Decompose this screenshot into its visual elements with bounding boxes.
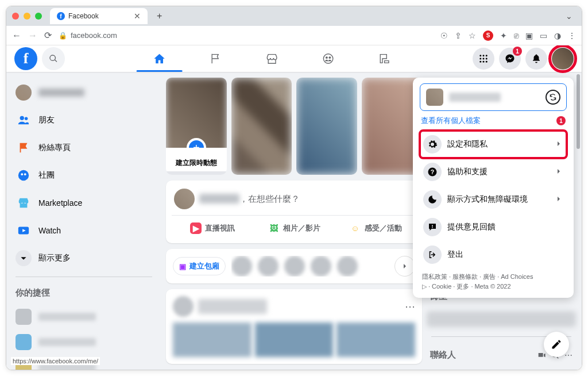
facebook-logo[interactable]: f — [14, 47, 37, 70]
extensions-icon[interactable]: ✦ — [500, 31, 507, 40]
contact-avatar[interactable] — [337, 256, 358, 277]
svg-point-4 — [483, 55, 485, 56]
profile-icon[interactable]: ◑ — [554, 31, 561, 40]
scrollbar[interactable] — [577, 74, 580, 149]
avatar-icon — [426, 89, 443, 106]
sidebar-label: 粉絲專頁 — [38, 143, 71, 153]
contact-avatar[interactable] — [311, 256, 331, 277]
bell-icon — [531, 53, 541, 64]
story-item[interactable] — [231, 78, 292, 175]
dropdown-logout[interactable]: 登出 — [420, 241, 567, 268]
smiley-icon: ☺ — [350, 222, 361, 234]
new-call-button[interactable] — [537, 351, 546, 360]
share-icon[interactable]: ⇪ — [455, 31, 462, 40]
nav-marketplace-tab[interactable] — [247, 45, 297, 72]
svg-point-12 — [20, 116, 24, 120]
rooms-card: ▣建立包廂 — [166, 249, 422, 283]
svg-point-8 — [486, 58, 488, 60]
edit-icon — [551, 339, 562, 350]
sidepanel-icon[interactable]: ▣ — [525, 31, 533, 40]
extension-adblock-icon[interactable]: S — [483, 30, 493, 41]
dropdown-profile-card[interactable] — [420, 83, 567, 111]
chevron-right-icon — [554, 139, 563, 150]
nav-pages-tab[interactable] — [191, 45, 241, 72]
create-room-button[interactable]: ▣建立包廂 — [173, 257, 226, 275]
account-dropdown: 查看所有個人檔案 1 設定和隱私 ? 協助和支援 顯示方式和無障礙環境 提供意見… — [413, 78, 574, 298]
contact-avatar[interactable] — [284, 256, 305, 277]
composer-feeling[interactable]: ☺感受／活動 — [335, 219, 416, 237]
sidebar-pages[interactable]: 粉絲專頁 — [11, 135, 157, 160]
messenger-button[interactable]: 1 — [499, 48, 521, 70]
svg-point-1 — [326, 56, 328, 59]
gaming-icon — [378, 52, 391, 65]
shortcut-item[interactable] — [11, 305, 157, 328]
sidebar-groups[interactable]: 社團 — [11, 163, 157, 188]
post-menu-button[interactable]: ⋯ — [405, 300, 415, 313]
sidebar-label: 顯示更多 — [38, 253, 71, 263]
bookmark-icon[interactable]: ☆ — [469, 31, 476, 40]
post-author[interactable] — [198, 299, 267, 314]
sidebar-friends[interactable]: 朋友 — [11, 108, 157, 133]
sidebar-profile[interactable] — [11, 80, 157, 105]
nav-gaming-tab[interactable] — [359, 45, 410, 72]
menu-grid-button[interactable] — [473, 48, 494, 70]
highlight-ring — [548, 45, 577, 73]
dropdown-feedback[interactable]: 提供意見回饋 — [420, 213, 567, 241]
maximize-window[interactable] — [35, 13, 42, 20]
window-controls — [12, 13, 42, 20]
sidebar-label: Watch — [38, 226, 61, 235]
forward-button[interactable]: → — [28, 30, 37, 41]
svg-point-14 — [18, 170, 29, 181]
composer-photo[interactable]: 🖼相片／影片 — [253, 219, 335, 237]
svg-rect-22 — [432, 227, 433, 228]
tab-overflow-icon[interactable]: ⌄ — [562, 11, 576, 21]
story-item[interactable] — [296, 78, 357, 175]
reload-button[interactable]: ⟳ — [44, 30, 52, 41]
dropdown-help-support[interactable]: ? 協助和支援 — [420, 158, 567, 186]
rooms-next-button[interactable] — [394, 256, 415, 277]
view-all-profiles-link[interactable]: 查看所有個人檔案 1 — [420, 111, 567, 131]
birthday-item[interactable] — [427, 311, 576, 327]
shortcut-item[interactable] — [11, 331, 157, 354]
contact-avatar[interactable] — [231, 256, 252, 277]
new-message-fab[interactable] — [544, 332, 569, 357]
create-story-label: 建立限時動態 — [166, 148, 227, 171]
svg-point-3 — [479, 55, 481, 56]
back-button[interactable]: ← — [12, 30, 21, 41]
account-menu-button[interactable] — [552, 48, 574, 70]
browser-tab[interactable]: f Facebook ✕ — [50, 8, 148, 24]
post-avatar[interactable] — [173, 296, 194, 317]
menu-icon[interactable]: ⋮ — [568, 31, 576, 40]
reading-list-icon[interactable]: ▭ — [540, 31, 547, 40]
search-button[interactable] — [42, 47, 65, 70]
new-tab-button[interactable]: + — [151, 11, 168, 21]
composer-input-row[interactable]: xxxx，在想些什麼？ — [172, 186, 416, 216]
close-window[interactable] — [12, 13, 19, 20]
dropdown-display-accessibility[interactable]: 顯示方式和無障礙環境 — [420, 186, 567, 213]
chevron-right-icon — [554, 167, 563, 178]
nav-home-tab[interactable] — [134, 45, 185, 72]
sidebar-marketplace[interactable]: Marketplace — [11, 190, 157, 216]
composer-live[interactable]: ▶直播視訊 — [172, 219, 253, 237]
sidebar-watch[interactable]: Watch — [11, 218, 157, 243]
svg-point-2 — [329, 56, 331, 59]
sidebar-label: 社團 — [38, 170, 55, 181]
dropdown-settings-privacy[interactable]: 設定和隱私 — [420, 131, 567, 158]
browser-tab-strip: f Facebook ✕ + ⌄ — [6, 6, 582, 26]
address-bar[interactable]: 🔒 facebook.com — [59, 31, 117, 40]
switch-icon — [549, 93, 557, 101]
nav-groups-tab[interactable] — [303, 45, 354, 72]
switch-profile-button[interactable] — [546, 90, 560, 105]
minimize-window[interactable] — [24, 13, 30, 20]
cast-icon[interactable]: ⎚ — [514, 31, 519, 40]
dropdown-item-label: 顯示方式和無障礙環境 — [447, 194, 528, 205]
status-bar-link: https://www.facebook.com/me/ — [11, 357, 100, 365]
flag-icon — [16, 140, 32, 156]
sidebar-see-more[interactable]: 顯示更多 — [11, 245, 157, 271]
create-story[interactable]: + 建立限時動態 — [166, 78, 227, 175]
notifications-button[interactable] — [525, 48, 547, 70]
contact-avatar[interactable] — [258, 256, 278, 277]
page-info-icon[interactable]: ☉ — [440, 31, 448, 40]
dropdown-item-label: 登出 — [447, 250, 463, 260]
close-tab-icon[interactable]: ✕ — [134, 11, 141, 21]
